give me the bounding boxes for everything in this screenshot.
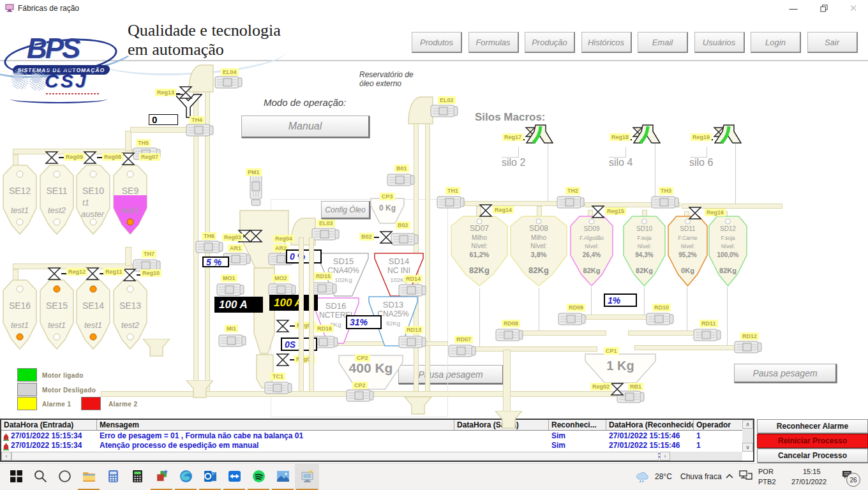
cancel-process-button[interactable]: Cancelar Processo xyxy=(757,449,868,463)
valve-Reg09[interactable] xyxy=(45,151,59,164)
valve-Reg16[interactable] xyxy=(688,207,702,219)
table-row[interactable]: 27/01/2022 15:15:34Erro de pesagem = 01 … xyxy=(1,431,742,441)
valve-Reg10[interactable] xyxy=(123,269,137,281)
tray-date[interactable]: 27/01/2022 xyxy=(791,478,827,486)
vertical-scrollbar-down[interactable]: ∨ xyxy=(742,443,753,452)
close-icon[interactable]: ✕ xyxy=(844,3,863,14)
horizontal-scrollbar-right[interactable]: › xyxy=(660,452,670,461)
valve-Reg05[interactable] xyxy=(276,320,290,332)
restore-icon[interactable] xyxy=(814,3,834,14)
motor-RD10[interactable] xyxy=(646,311,674,327)
mode-button[interactable]: Manual xyxy=(241,115,370,138)
taskbar-icon-calculator[interactable] xyxy=(101,464,125,490)
taskbar-icon-start[interactable] xyxy=(4,464,28,490)
valve-Reg13[interactable] xyxy=(179,86,193,99)
taskbar-icon-edge[interactable] xyxy=(174,464,198,490)
cell-reconhecido_em: 27/01/2022 15:15:46 xyxy=(609,441,692,450)
valve-Reg11[interactable] xyxy=(86,267,100,280)
motor-PM1[interactable] xyxy=(248,174,264,207)
taskbar-icon-outlook[interactable] xyxy=(198,464,222,490)
motor-EL02[interactable] xyxy=(430,103,458,119)
valve-Reg07[interactable] xyxy=(121,152,135,165)
motor-RD08[interactable] xyxy=(495,327,523,343)
valve-Reg14[interactable] xyxy=(479,204,493,217)
device-label-Reg11: Reg11 xyxy=(103,268,124,276)
svg-text:82Kg: 82Kg xyxy=(528,265,549,275)
taskbar-icon-photos[interactable] xyxy=(271,464,295,490)
motor-RD09[interactable] xyxy=(558,311,586,327)
motor-TH6[interactable] xyxy=(195,239,223,255)
nav-button-usuarios[interactable]: Usuários xyxy=(694,32,745,53)
motor-TH3[interactable] xyxy=(651,194,679,211)
weather-temp[interactable]: 28°C xyxy=(655,472,672,481)
motor-EL03[interactable] xyxy=(311,226,340,242)
valve-B02[interactable] xyxy=(379,231,393,244)
nav-button-historicos[interactable]: Históricos xyxy=(581,32,632,53)
horizontal-scrollbar-left[interactable]: ‹ xyxy=(1,452,11,461)
tray-time[interactable]: 15:15 xyxy=(803,468,821,475)
motor-TH2[interactable] xyxy=(557,194,585,211)
notification-count-badge[interactable]: 26 xyxy=(846,473,860,487)
taskbar-icon-automation-app[interactable] xyxy=(295,464,319,490)
display-rd-percent[interactable]: 31% xyxy=(346,315,382,329)
display-counter-top[interactable]: 0 xyxy=(149,114,178,125)
motor-B01[interactable] xyxy=(387,172,415,188)
diverter-valve-Reg18[interactable] xyxy=(632,122,661,154)
valve-Reg06[interactable] xyxy=(276,353,290,366)
motor-RD13[interactable] xyxy=(398,334,426,350)
horizontal-scrollbar-thumb[interactable] xyxy=(11,452,659,461)
display-macro-percent[interactable]: 1% xyxy=(604,293,637,307)
valve-Reg15[interactable] xyxy=(591,205,605,218)
motor-TH4[interactable] xyxy=(186,122,214,138)
nav-button-producao[interactable]: Produção xyxy=(525,32,575,53)
taskbar: 28°C Chuva fraca POR PTB2 15:15 27/01/20… xyxy=(0,463,868,490)
valve-Reg03[interactable] xyxy=(249,230,263,242)
motor-RD07[interactable] xyxy=(448,343,476,359)
tray-keyboard-layout[interactable]: PTB2 xyxy=(758,478,776,486)
taskbar-icon-cube-app[interactable] xyxy=(149,464,174,490)
taskbar-icon-search[interactable] xyxy=(28,464,52,490)
macro-silo-SD09: SD09F.AlgodãoNível:26,4%82Kg xyxy=(570,216,613,291)
diverter-valve-Reg17[interactable] xyxy=(525,122,554,154)
network-icon[interactable] xyxy=(739,470,753,485)
tray-chevron-icon[interactable] xyxy=(725,471,734,483)
taskbar-icon-pos-terminal[interactable] xyxy=(125,464,149,490)
valve-Reg12[interactable] xyxy=(47,267,61,280)
taskbar-icon-cortana[interactable] xyxy=(52,464,77,490)
motor-RD14[interactable] xyxy=(398,282,426,299)
nav-button-sair[interactable]: Sair xyxy=(807,32,858,53)
display-mo1-current[interactable]: 100 A xyxy=(214,297,263,313)
motor-CP2[interactable] xyxy=(346,387,374,404)
motor-MI1[interactable] xyxy=(218,332,246,349)
motor-MO1[interactable] xyxy=(216,281,244,298)
vertical-scrollbar-track[interactable] xyxy=(742,429,753,443)
valve-Reg02[interactable] xyxy=(610,383,624,396)
nav-button-produtos[interactable]: Produtos xyxy=(412,32,462,53)
tray-language[interactable]: POR xyxy=(758,468,774,475)
nav-button-login[interactable]: Login xyxy=(751,32,801,53)
diverter-valve-Reg19[interactable] xyxy=(713,122,742,154)
motor-TC1[interactable] xyxy=(264,380,292,396)
display-ar2-percent[interactable]: 0 % xyxy=(286,249,322,264)
taskbar-icon-teamviewer[interactable] xyxy=(222,464,246,490)
motor-EL04[interactable] xyxy=(214,74,243,91)
taskbar-icon-file-explorer[interactable] xyxy=(77,464,101,490)
nav-button-email[interactable]: Email xyxy=(638,32,688,53)
table-row[interactable]: 27/01/2022 15:15:34Atenção processo de e… xyxy=(1,441,742,450)
nav-button-formulas[interactable]: Formulas xyxy=(468,32,519,53)
svg-text:SD13: SD13 xyxy=(383,300,404,309)
taskbar-icon-spotify[interactable] xyxy=(246,464,271,490)
weather-icon[interactable] xyxy=(635,470,650,487)
motor-TH1[interactable] xyxy=(437,194,465,211)
motor-RD11[interactable] xyxy=(693,327,721,343)
vertical-scrollbar-up[interactable]: ∧ xyxy=(742,420,753,429)
display-ar-percent[interactable]: 5 % xyxy=(202,256,229,267)
motor-B02[interactable] xyxy=(391,231,419,248)
acknowledge-alarm-button[interactable]: Reconhecer Alarme xyxy=(757,419,868,433)
minimize-icon[interactable]: — xyxy=(784,3,803,14)
pause-weighing-button-right[interactable]: Pausa pesagem xyxy=(734,364,837,383)
motor-RD12[interactable] xyxy=(734,339,762,355)
weather-desc[interactable]: Chuva fraca xyxy=(680,472,722,481)
valve-Reg08[interactable] xyxy=(83,151,97,164)
restart-process-button[interactable]: Reiniciar Processo xyxy=(757,434,868,448)
